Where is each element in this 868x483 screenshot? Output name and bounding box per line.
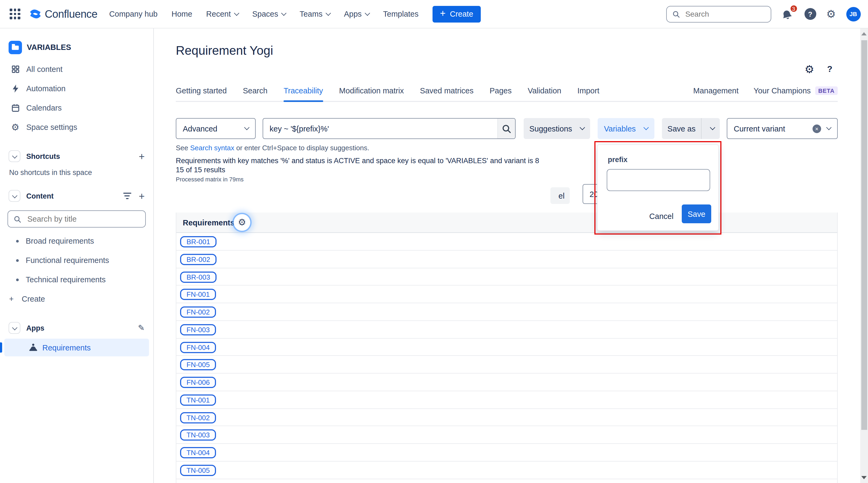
scroll-up-arrow[interactable] — [861, 32, 867, 35]
vertical-scrollbar[interactable] — [860, 28, 868, 483]
clear-variant-icon[interactable]: × — [812, 124, 821, 133]
plus-icon: + — [9, 295, 14, 303]
nav-menu-item[interactable]: Apps — [344, 10, 369, 18]
content-search[interactable] — [7, 210, 146, 228]
requirement-key-pill[interactable]: BR-002 — [180, 254, 217, 265]
sidebar-nav-item[interactable]: All content — [0, 60, 153, 79]
table-row: FN-001 — [176, 286, 837, 304]
search-syntax-link[interactable]: Search syntax — [190, 144, 235, 152]
notifications-button[interactable]: 3 — [781, 7, 794, 20]
variables-button[interactable]: Variables — [598, 118, 654, 139]
nav-menu-item[interactable]: Company hub — [109, 10, 158, 18]
content-title: Content — [26, 192, 54, 200]
sidebar-nav-item[interactable]: Automation — [0, 79, 153, 98]
tab[interactable]: Getting started — [176, 86, 227, 101]
nav-right-cluster: 3 ? ⚙ JB — [666, 6, 861, 22]
nav-menu-item[interactable]: Teams — [300, 10, 330, 18]
requirement-key-pill[interactable]: BR-003 — [180, 271, 217, 283]
query-toolbar: Advanced Suggestions Variables Save as — [176, 118, 838, 139]
table-row-clipped — [176, 479, 837, 483]
save-as-menu-button[interactable] — [702, 118, 720, 139]
page-tree: Broad requirements Functional requiremen… — [0, 231, 153, 289]
cancel-button[interactable]: Cancel — [645, 208, 678, 224]
query-field — [262, 118, 516, 139]
nav-menu-item[interactable]: Spaces — [252, 10, 286, 18]
app-switcher-icon[interactable] — [10, 9, 20, 19]
requirement-key-pill[interactable]: FN-001 — [180, 289, 216, 300]
tab[interactable]: Validation — [528, 86, 561, 101]
chevron-down-icon — [365, 10, 370, 16]
variable-value-input[interactable] — [607, 169, 710, 191]
apps-collapse-button[interactable] — [8, 322, 20, 334]
requirement-key-pill[interactable]: TN-005 — [180, 465, 216, 476]
sidebar-item-requirements[interactable]: Requirements — [4, 339, 149, 356]
tab[interactable]: Management — [693, 86, 739, 101]
requirement-key-pill[interactable]: TN-003 — [180, 430, 216, 441]
table-columns-gear-button[interactable]: ⚙ — [234, 214, 250, 231]
requirement-key-pill[interactable]: FN-003 — [180, 324, 216, 335]
nav-menu: Company hub Home Recent Spaces — [109, 10, 418, 18]
sidebar-create-button[interactable]: + Create — [0, 289, 153, 309]
tab[interactable]: Pages — [490, 86, 512, 101]
page-tree-item[interactable]: Functional requirements — [0, 251, 153, 270]
add-shortcut-button[interactable]: + — [139, 151, 145, 161]
save-as-button[interactable]: Save as — [662, 118, 702, 139]
save-button[interactable]: Save — [682, 204, 711, 223]
query-input[interactable] — [263, 119, 497, 139]
ry-help-icon[interactable]: ? — [827, 64, 832, 74]
requirement-key-pill[interactable]: BR-001 — [180, 236, 217, 248]
space-header[interactable]: VARIABLES — [0, 39, 153, 55]
sidebar-nav-item[interactable]: ⚙ Space settings — [0, 117, 153, 137]
add-content-button[interactable]: + — [139, 191, 145, 201]
clipped-excel-button[interactable]: el — [551, 187, 570, 204]
chevron-down-icon — [710, 125, 715, 130]
nav-menu-item[interactable]: Home — [172, 10, 192, 18]
scrollbar-thumb[interactable] — [861, 40, 867, 430]
global-search-input[interactable] — [684, 9, 765, 19]
page-tree-item[interactable]: Broad requirements — [0, 231, 153, 251]
tab[interactable]: Saved matrices — [420, 86, 473, 101]
chevron-down-icon — [12, 325, 17, 330]
create-button[interactable]: + Create — [433, 6, 481, 22]
filter-icon[interactable] — [123, 193, 131, 199]
confluence-logo[interactable]: Confluence — [29, 7, 97, 20]
requirement-key-pill[interactable]: TN-002 — [180, 412, 216, 423]
requirement-key-pill[interactable]: FN-006 — [180, 377, 216, 388]
requirement-key-pill[interactable]: FN-002 — [180, 307, 216, 318]
edit-pencil-icon[interactable]: ✎ — [138, 323, 145, 333]
user-avatar[interactable]: JB — [846, 7, 861, 21]
requirement-key-pill[interactable]: TN-001 — [180, 394, 216, 406]
page-tree-item[interactable]: Technical requirements — [0, 270, 153, 289]
content-collapse-button[interactable] — [8, 190, 20, 202]
processing-time: Processed matrix in 79ms — [176, 175, 838, 183]
active-indicator — [0, 342, 2, 352]
tab[interactable]: Modification matrix — [339, 86, 404, 101]
results-count: 15 of 15 results — [176, 166, 838, 174]
requirements-table: Requirements ⚙ BR-001 BR-002 BR-003 — [176, 212, 838, 483]
tab[interactable]: Your Champions BETA — [753, 86, 838, 101]
requirement-key-pill[interactable]: FN-004 — [180, 342, 216, 353]
sidebar-nav-item[interactable]: Calendars — [0, 98, 153, 117]
chevron-down-icon — [580, 125, 585, 130]
nav-menu-item[interactable]: Templates — [383, 10, 418, 18]
chevron-down-icon — [644, 125, 649, 130]
shortcuts-collapse-button[interactable] — [8, 150, 20, 162]
tab[interactable]: Import — [577, 86, 599, 101]
run-search-button[interactable] — [497, 119, 515, 139]
settings-gear-icon[interactable]: ⚙ — [826, 8, 836, 19]
search-mode-select[interactable]: Advanced — [176, 118, 256, 139]
requirement-key-pill[interactable]: FN-005 — [180, 359, 216, 371]
help-button[interactable]: ? — [804, 8, 816, 20]
content-search-input[interactable] — [26, 214, 140, 224]
tab[interactable]: Traceability — [283, 86, 323, 101]
global-search[interactable] — [666, 6, 771, 22]
suggestions-button[interactable]: Suggestions — [524, 118, 590, 139]
ry-settings-gear-icon[interactable]: ⚙ — [805, 64, 814, 75]
requirement-key-pill[interactable]: TN-004 — [180, 447, 216, 458]
scroll-down-arrow[interactable] — [861, 476, 867, 479]
nav-menu-item[interactable]: Recent — [206, 10, 238, 18]
tab[interactable]: Search — [243, 86, 268, 101]
variant-select[interactable]: Current variant × — [727, 118, 838, 139]
table-row: FN-002 — [176, 303, 837, 321]
top-navigation: Confluence Company hub Home Recent — [0, 0, 868, 28]
